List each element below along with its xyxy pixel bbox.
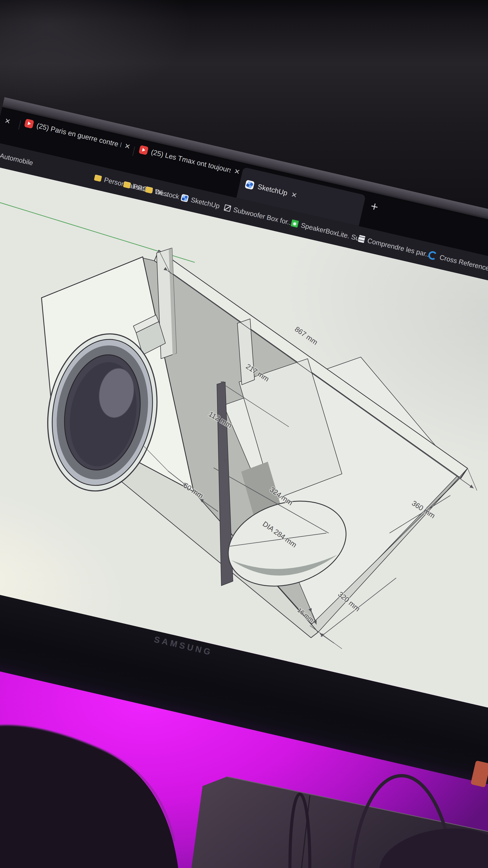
folder-icon (145, 186, 153, 193)
sketchup-icon (181, 194, 189, 202)
tab-divider (19, 120, 21, 129)
cube-icon (224, 204, 231, 212)
bookmark-pro[interactable]: PRO (123, 180, 149, 193)
speakerbox-icon (291, 219, 299, 228)
bookmark-automobile[interactable]: Automobile (0, 152, 34, 167)
folder-icon (123, 181, 131, 188)
document-icon (358, 235, 365, 243)
tab-divider (132, 147, 135, 156)
youtube-icon (138, 145, 149, 155)
tab-title: SketchUp (257, 183, 288, 197)
close-tab-icon[interactable]: ✕ (291, 191, 298, 199)
monitor: ✕ (25) Paris en guerre contre Buga ✕ (25… (0, 97, 488, 786)
close-tab-icon[interactable]: ✕ (124, 142, 131, 150)
new-tab-button[interactable]: + (369, 199, 379, 214)
folder-icon (94, 175, 102, 182)
bookmark-sketchup[interactable]: SketchUp (181, 193, 221, 210)
bookmark-destock[interactable]: Destock (145, 185, 180, 200)
cross-reference-icon (427, 250, 438, 260)
youtube-icon (24, 119, 34, 129)
close-tab-icon[interactable]: ✕ (4, 117, 11, 125)
sketchup-icon (245, 180, 255, 190)
close-tab-icon[interactable]: ✕ (233, 167, 240, 176)
